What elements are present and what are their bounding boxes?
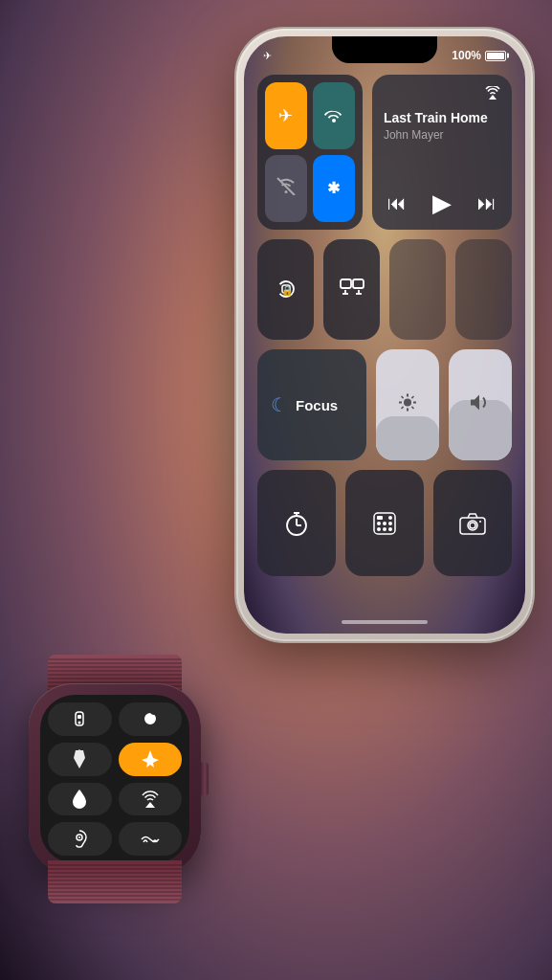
watch-control-center	[40, 695, 189, 863]
svg-point-32	[388, 527, 392, 531]
watch-hearing-button[interactable]	[48, 822, 112, 856]
volume-slider[interactable]	[449, 349, 512, 460]
svg-point-27	[377, 522, 381, 525]
svg-line-18	[401, 407, 403, 409]
svg-line-16	[411, 407, 413, 409]
watch-sleep-button[interactable]	[119, 702, 183, 736]
apple-watch-device	[10, 655, 220, 903]
watch-walkie-talkie-button[interactable]	[48, 702, 112, 736]
control-center: ✈	[257, 75, 512, 576]
music-play-button[interactable]: ▶	[432, 189, 452, 218]
music-tile[interactable]: Last Train Home John Mayer ⏮ ▶ ⏭	[372, 75, 512, 230]
svg-rect-25	[377, 516, 383, 520]
brightness-slider[interactable]	[376, 349, 439, 460]
cc-row-4	[257, 470, 512, 576]
watch-haptics-button[interactable]	[119, 822, 183, 856]
watch-water-lock-button[interactable]	[48, 783, 112, 816]
watch-body	[29, 683, 201, 875]
bluetooth-icon: ✱	[327, 179, 340, 197]
wifi-off-icon	[276, 176, 297, 200]
watch-band-bottom	[48, 860, 182, 903]
music-prev-button[interactable]: ⏮	[387, 192, 407, 214]
connectivity-tile[interactable]: ✈	[257, 75, 363, 230]
cc-row-2: 🔒	[257, 239, 512, 341]
svg-point-26	[388, 516, 392, 520]
svg-rect-4	[341, 279, 351, 288]
svg-line-15	[401, 396, 403, 398]
svg-point-31	[383, 527, 386, 531]
svg-point-10	[404, 399, 411, 407]
battery-fill	[487, 53, 504, 59]
svg-point-35	[470, 523, 475, 528]
camera-button[interactable]	[433, 470, 512, 576]
svg-point-28	[383, 522, 386, 525]
svg-marker-40	[74, 750, 85, 768]
empty-tile-1	[389, 239, 446, 341]
airplane-mode-icon: ✈	[278, 105, 293, 126]
music-controls: ⏮ ▶ ⏭	[384, 189, 500, 218]
iphone-device: ✈ 100% ✈	[236, 29, 533, 641]
screen-rotation-button[interactable]: 🔒	[257, 239, 314, 341]
wifi-button[interactable]	[313, 82, 355, 149]
scene: ✈ 100% ✈	[0, 0, 552, 980]
svg-point-43	[78, 836, 80, 838]
music-artist-name: John Mayer	[384, 128, 500, 142]
empty-tile-2	[455, 239, 512, 341]
calculator-button[interactable]	[345, 470, 424, 576]
music-info: Last Train Home John Mayer	[384, 110, 500, 181]
music-next-button[interactable]: ⏭	[477, 192, 497, 214]
airplane-mode-button[interactable]: ✈	[265, 82, 307, 149]
timer-button[interactable]	[257, 470, 336, 576]
airplay-icon[interactable]	[485, 86, 500, 102]
svg-rect-38	[77, 715, 81, 719]
svg-point-29	[388, 522, 392, 525]
volume-icon	[470, 394, 491, 416]
cc-row-3: ☾ Focus	[257, 349, 512, 460]
airplane-status-icon: ✈	[263, 50, 272, 62]
svg-point-39	[78, 722, 81, 724]
battery-body	[485, 51, 506, 61]
brightness-fill	[376, 416, 439, 460]
watch-flashlight-button[interactable]	[48, 743, 112, 776]
focus-button[interactable]: ☾ Focus	[257, 349, 366, 460]
svg-line-17	[411, 396, 413, 398]
music-song-title: Last Train Home	[384, 110, 500, 126]
focus-moon-icon: ☾	[271, 393, 288, 416]
band-texture-bottom	[48, 860, 182, 903]
cc-row-1: ✈	[257, 75, 512, 230]
focus-label-text: Focus	[296, 397, 338, 413]
brightness-icon	[398, 393, 417, 417]
bluetooth-button[interactable]: ✱	[313, 155, 355, 222]
music-header	[384, 86, 500, 102]
watch-airplane-button[interactable]	[119, 743, 183, 776]
screen-mirror-button[interactable]	[323, 239, 380, 341]
watch-crown[interactable]	[201, 763, 209, 796]
wifi-off-button[interactable]	[265, 155, 307, 222]
svg-rect-5	[353, 279, 364, 288]
status-right: 100%	[452, 49, 506, 62]
battery-percent-text: 100%	[452, 49, 481, 62]
watch-airplay-button[interactable]	[119, 783, 183, 816]
home-indicator	[342, 620, 428, 624]
watch-screen	[40, 695, 189, 863]
wifi-icon	[324, 105, 343, 126]
iphone-notch	[332, 36, 437, 63]
svg-text:🔒: 🔒	[281, 284, 294, 297]
iphone-screen: ✈ 100% ✈	[244, 36, 525, 634]
svg-point-30	[377, 527, 381, 531]
svg-point-36	[479, 521, 481, 523]
status-left: ✈	[263, 50, 272, 62]
battery-icon	[485, 51, 506, 61]
